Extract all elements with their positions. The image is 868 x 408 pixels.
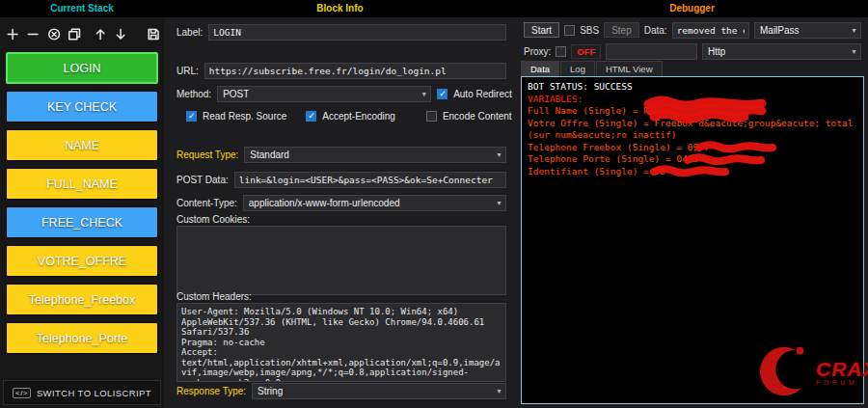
move-up-icon[interactable] — [94, 27, 107, 41]
read-resp-source-checkbox[interactable] — [186, 111, 197, 122]
block-info-panel-title: Block Info — [164, 3, 516, 14]
tab-label: Data — [530, 64, 550, 74]
response-type-dropdown[interactable]: String — [252, 383, 506, 399]
custom-cookies-caption: Custom Cookies: — [176, 214, 250, 225]
tab-log[interactable]: Log — [560, 61, 595, 76]
stack-block-votre-offre[interactable]: VOTRE_OFFRE — [6, 245, 158, 277]
wordlist-type-dropdown[interactable]: MailPass — [754, 22, 861, 39]
debugger-panel: Start SBS Step Data: MailPass Proxy: OFF… — [516, 17, 868, 408]
stack-toolbar — [6, 21, 160, 46]
encode-content-checkbox[interactable] — [426, 111, 437, 122]
switch-to-loliscript-button[interactable]: </> SWITCH TO LOLISCRIPT — [3, 380, 161, 405]
data-label: Data: — [644, 25, 667, 36]
content-type-row: Content-Type: application/x-www-form-url… — [176, 194, 506, 211]
block-label: LOGIN — [64, 62, 101, 75]
code-icon: </> — [13, 388, 31, 398]
stack-panel-title: Current Stack — [0, 3, 164, 14]
tab-label: HTML View — [606, 64, 653, 74]
sbs-label: SBS — [580, 25, 599, 36]
accept-encoding-label: Accept-Encoding — [322, 111, 395, 122]
custom-headers-textarea[interactable]: User-Agent: Mozilla/5.0 (Windows NT 10.0… — [176, 303, 506, 382]
clone-block-icon[interactable] — [68, 27, 81, 41]
block-label: FREE_CHECK — [41, 216, 122, 230]
debugger-log: BOT STATUS: SUCCESS VARIABLES: Full Name… — [521, 76, 864, 404]
tab-html-view[interactable]: HTML View — [596, 61, 663, 76]
post-data-input[interactable] — [234, 172, 506, 188]
response-type-value: String — [258, 386, 283, 396]
start-button[interactable]: Start — [524, 22, 559, 38]
stack-panel: LOGIN KEY CHECK NAME FULL_NAME FREE_CHEC… — [0, 17, 164, 408]
add-block-icon[interactable] — [6, 27, 19, 41]
log-variable-line: Votre Offre (Single) = Freebox d&eacute;… — [528, 118, 857, 130]
accept-encoding-checkbox[interactable] — [306, 111, 316, 122]
sbs-checkbox[interactable] — [564, 25, 575, 36]
dropdown-arrow-icon — [851, 45, 857, 56]
proxy-checkbox[interactable] — [556, 46, 566, 57]
encode-content-label: Encode Content — [443, 111, 512, 122]
tab-data[interactable]: Data — [521, 61, 559, 76]
stack-block-telephone-porte[interactable]: Telephone_Porte — [6, 322, 158, 354]
move-down-icon[interactable] — [114, 27, 127, 41]
request-type-row: Request Type: Standard — [176, 146, 506, 163]
dropdown-arrow-icon — [496, 197, 502, 207]
auto-redirect-checkbox[interactable] — [437, 89, 448, 99]
stack-block-full-name[interactable]: FULL_NAME — [6, 168, 158, 200]
save-config-icon[interactable] — [147, 27, 160, 41]
block-label: KEY CHECK — [47, 100, 117, 114]
content-type-dropdown[interactable]: application/x-www-form-urlencoded — [243, 195, 506, 211]
data-input[interactable] — [672, 22, 749, 39]
request-type-caption: Request Type: — [176, 150, 238, 160]
proxy-row: Proxy: OFF Http — [524, 42, 861, 60]
proxy-type-value: Http — [708, 46, 725, 57]
block-label: VOTRE_OFFRE — [38, 255, 126, 268]
label-caption: Label: — [176, 27, 203, 38]
block-label: FULL_NAME — [46, 177, 118, 191]
debugger-panel-title: Debugger — [516, 3, 868, 14]
response-type-row: Response Type: String — [176, 382, 506, 399]
label-field-row: Label: — [176, 23, 506, 41]
stack-block-key-check[interactable]: KEY CHECK — [6, 91, 158, 122]
method-value: POST — [223, 89, 249, 99]
remove-block-icon[interactable] — [26, 27, 40, 41]
dropdown-arrow-icon — [496, 149, 502, 159]
wordlist-type-value: MailPass — [760, 25, 800, 36]
block-info-panel: Label: URL: Method: POST Auto Redirect R… — [164, 17, 516, 408]
content-type-value: application/x-www-form-urlencoded — [249, 198, 400, 208]
block-label: Telephone_Porte — [37, 332, 128, 345]
block-stack-list: LOGIN KEY CHECK NAME FULL_NAME FREE_CHEC… — [6, 52, 158, 361]
label-input[interactable] — [208, 24, 506, 41]
variables-header: VARIABLES: — [528, 94, 857, 106]
log-variable-line: Full Name (Single) = PAUL — [528, 105, 857, 118]
proxy-input[interactable] — [606, 43, 697, 60]
request-type-value: Standard — [250, 150, 289, 160]
dropdown-arrow-icon — [851, 24, 857, 35]
dropdown-arrow-icon — [420, 88, 427, 98]
url-field-row: URL: — [176, 62, 506, 79]
custom-cookies-textarea[interactable] — [176, 226, 506, 295]
block-label: Telephone_Freebox — [29, 293, 136, 307]
stack-block-name[interactable]: NAME — [6, 129, 158, 161]
log-variable-line: (sur num&eacute;ro inactif) — [528, 129, 857, 142]
bot-status-line: BOT STATUS: SUCCESS — [528, 81, 857, 94]
stack-block-free-check[interactable]: FREE_CHECK — [6, 206, 158, 238]
request-type-dropdown[interactable]: Standard — [244, 147, 506, 163]
response-options-row: Read Resp. Source Accept-Encoding Encode… — [176, 107, 506, 124]
post-data-row: POST Data: — [176, 171, 506, 188]
proxy-label: Proxy: — [524, 46, 551, 57]
method-row: Method: POST Auto Redirect — [176, 85, 506, 102]
stack-block-telephone-freebox[interactable]: Telephone_Freebox — [6, 284, 158, 315]
log-variable-line: Identifiant (Single) = fb — [528, 166, 857, 178]
proxy-toggle[interactable]: OFF — [571, 44, 601, 59]
url-input[interactable] — [204, 63, 506, 79]
response-type-caption: Response Type: — [176, 386, 246, 396]
url-caption: URL: — [176, 66, 199, 76]
dropdown-arrow-icon — [496, 385, 502, 395]
log-variable-line: Telephone Freebox (Single) = 09 7 — [528, 142, 857, 154]
method-dropdown[interactable]: POST — [217, 86, 431, 102]
stack-block-login[interactable]: LOGIN — [6, 52, 158, 84]
block-label: NAME — [65, 139, 99, 152]
window-header: Current Stack Block Info Debugger — [0, 0, 868, 17]
proxy-type-dropdown[interactable]: Http — [702, 43, 861, 60]
step-button[interactable]: Step — [604, 22, 639, 38]
clear-stack-icon[interactable] — [47, 27, 61, 41]
